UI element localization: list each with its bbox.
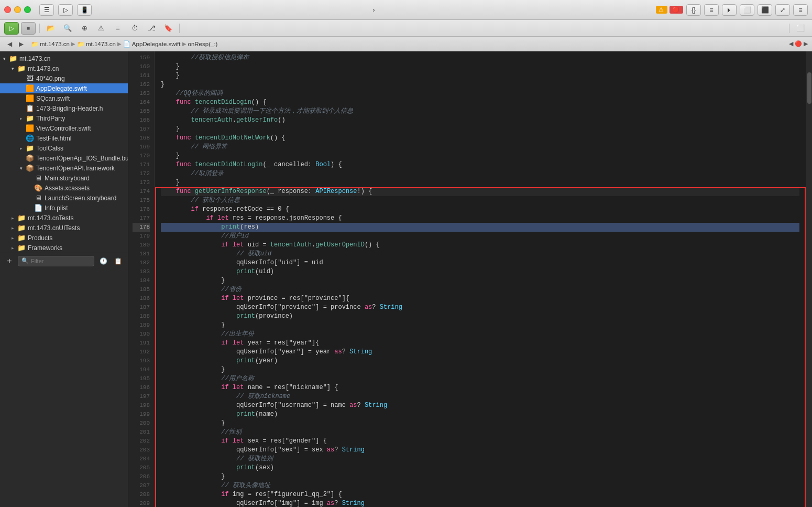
line-num-194: 194	[133, 365, 150, 374]
code-line-164: func tencentDidLogin() {	[161, 98, 799, 107]
history-btn[interactable]: ⏱	[127, 22, 142, 35]
tree-label-appdelegate: AppDelegate.swift	[36, 85, 87, 92]
line-num-206: 206	[133, 472, 150, 481]
breadcrumb-forward-btn[interactable]: ▶	[16, 39, 26, 49]
code-line-175: // 获取个人信息	[161, 196, 799, 205]
sidebar-item-testfile[interactable]: 🌐TestFile.html	[0, 133, 128, 143]
code-line-193: print(year)	[161, 357, 799, 365]
right-panel-toggle-btn[interactable]: ⬜	[793, 22, 808, 35]
tree-icon-bridging: 📋	[25, 104, 35, 112]
code-container[interactable]: 1591601611621631641651661671681691701711…	[128, 51, 806, 507]
code-structure-btn[interactable]: {}	[686, 4, 701, 16]
sidebar-item-mt-cntests[interactable]: ▸📁mt.1473.cnTests	[0, 213, 128, 223]
sidebar-item-viewcontroller[interactable]: 🟧ViewController.swift	[0, 123, 128, 133]
error-badge[interactable]: 🔴	[670, 6, 683, 14]
vcs-btn[interactable]: ⎇	[144, 22, 159, 35]
line-num-207: 207	[133, 481, 150, 490]
sidebar-item-40x40[interactable]: 🖼40*40.png	[0, 73, 128, 83]
scheme-btn[interactable]: ▷	[58, 4, 73, 16]
line-num-208: 208	[133, 490, 150, 499]
run-button[interactable]: ▷	[4, 22, 19, 35]
sidebar-item-tencent-fw[interactable]: ▾📦TencentOpenAPI.framework	[0, 163, 128, 173]
fullscreen-btn[interactable]: ⤢	[775, 4, 790, 16]
breadcrumb-folder2[interactable]: 📁 mt.1473.cn	[77, 40, 116, 48]
minimap-scrollbar[interactable]	[806, 51, 812, 507]
warning-filter-btn[interactable]: ⚠	[94, 22, 108, 35]
code-line-170: }	[161, 152, 799, 160]
code-content[interactable]: //获取授权信息弹布 } } } //QQ登录的回调 func tencentD…	[155, 51, 806, 507]
line-num-171: 171	[133, 160, 150, 169]
stop-button[interactable]: ■	[21, 22, 36, 35]
add-file-btn[interactable]: +	[4, 256, 15, 266]
breadcrumb-back-btn[interactable]: ◀	[4, 39, 15, 49]
next-issue-btn[interactable]: ▶	[804, 40, 808, 47]
inspector-toggle-btn[interactable]: ≡	[793, 4, 808, 16]
breadcrumb-line-indicator: ◀ 🔴 ▶	[789, 40, 808, 47]
sidebar-item-root[interactable]: ▾📁mt.1473.cn	[0, 53, 128, 63]
line-num-164: 164	[133, 98, 150, 107]
sidebar-item-mt1473cn-group[interactable]: ▾📁mt.1473.cn	[0, 63, 128, 73]
line-num-179: 179	[133, 232, 150, 241]
recent-files-btn[interactable]: 🕐	[97, 256, 109, 266]
sidebar-item-appdelegate[interactable]: 🟧AppDelegate.swift	[0, 83, 128, 93]
line-num-166: 166	[133, 116, 150, 125]
layout-btn[interactable]: ⬛	[758, 4, 772, 16]
sidebar-item-launchscreen[interactable]: 🖥LaunchScreen.storyboard	[0, 193, 128, 203]
navigator-toggle-btn[interactable]: ☰	[39, 4, 54, 16]
line-num-198: 198	[133, 401, 150, 410]
filter-input[interactable]	[31, 258, 91, 264]
code-line-179: //用户id	[161, 232, 799, 241]
sidebar-item-sqcan[interactable]: 🟧SQcan.swift	[0, 93, 128, 103]
line-num-168: 168	[133, 134, 150, 143]
hierarchy-btn[interactable]: ≡	[111, 22, 125, 35]
sidebar-item-main-storyboard[interactable]: 🖥Main.storyboard	[0, 173, 128, 183]
sidebar-item-products[interactable]: ▸📁Products	[0, 233, 128, 243]
sidebar-bottom: + 🔍 🕐 📋	[0, 253, 128, 268]
sidebar-item-tencent-bundle[interactable]: 📦TencentOpenApi_IOS_Bundle.bundle	[0, 153, 128, 163]
bookmark-btn[interactable]: 🔖	[161, 22, 175, 35]
tree-icon-launchscreen: 🖥	[34, 194, 43, 202]
line-num-181: 181	[133, 250, 150, 258]
folder1-label: mt.1473.cn	[40, 41, 70, 47]
line-num-199: 199	[133, 410, 150, 419]
filter-btn[interactable]: 🔍	[60, 22, 75, 35]
maximize-button[interactable]	[24, 6, 31, 13]
tree-label-info-plist: Info.plist	[45, 204, 68, 212]
sidebar-item-frameworks[interactable]: ▸📁Frameworks	[0, 243, 128, 253]
sidebar-item-mt-cnuitests[interactable]: ▸📁mt.1473.cnUITests	[0, 223, 128, 233]
sidebar-item-assets[interactable]: 🎨Assets.xcassets	[0, 183, 128, 193]
debug-btn[interactable]: ⏵	[722, 4, 737, 16]
line-num-180: 180	[133, 241, 150, 250]
warning-badge[interactable]: ⚠	[656, 6, 667, 14]
line-num-175: 175	[133, 196, 150, 205]
sidebar-item-thirdparty[interactable]: ▸📁ThirdParty	[0, 113, 128, 123]
navigator-show-btn[interactable]: 📂	[43, 22, 58, 35]
code-line-178: print(res)	[161, 223, 799, 232]
breadcrumb-method[interactable]: onResp(_:)	[188, 41, 218, 47]
destination-btn[interactable]: 📱	[77, 4, 92, 16]
breakpoints-btn[interactable]: ≡	[704, 4, 719, 16]
tree-label-40x40: 40*40.png	[36, 75, 65, 82]
sidebar-item-info-plist[interactable]: 📄Info.plist	[0, 203, 128, 213]
tree-label-assets: Assets.xcassets	[45, 185, 90, 192]
add-btn[interactable]: ⊕	[77, 22, 92, 35]
scrollbar-thumb[interactable]	[807, 72, 811, 104]
code-line-173: }	[161, 178, 799, 187]
line-numbers: 1591601611621631641651661671681691701711…	[128, 51, 155, 507]
split-view-btn[interactable]: ⬜	[740, 4, 754, 16]
code-line-188: print(province)	[161, 312, 799, 321]
minimize-button[interactable]	[14, 6, 21, 13]
prev-issue-btn[interactable]: ◀	[789, 40, 793, 47]
filter-bar[interactable]: 🔍	[18, 256, 94, 266]
sidebar-item-toolcalss[interactable]: ▸📁ToolCalss	[0, 143, 128, 153]
tree-label-bridging: 1473-Brigding-Header.h	[36, 105, 103, 112]
breadcrumb-folder1[interactable]: 📁 mt.1473.cn	[31, 40, 70, 48]
scm-btn[interactable]: 📋	[112, 256, 124, 266]
line-num-200: 200	[133, 419, 150, 428]
code-line-176: if response.retCode == 0 {	[161, 205, 799, 214]
sidebar-item-bridging[interactable]: 📋1473-Brigding-Header.h	[0, 103, 128, 113]
line-num-204: 204	[133, 455, 150, 463]
close-button[interactable]	[4, 6, 11, 13]
breadcrumb-file[interactable]: 📄 AppDelegate.swift	[123, 40, 181, 48]
code-line-197: // 获取nickname	[161, 392, 799, 401]
